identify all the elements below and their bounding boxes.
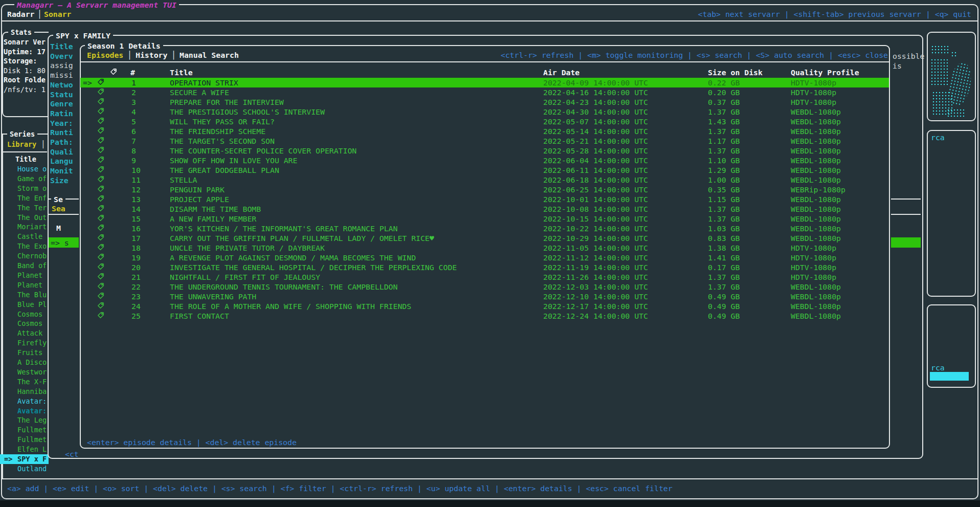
series-title: Castle bbox=[17, 232, 42, 241]
series-list-item[interactable]: Storm o bbox=[0, 184, 49, 193]
episode-row[interactable]: 9SHOW OFF HOW IN LOVE YOU ARE2022-06-04 … bbox=[80, 156, 889, 165]
series-popup-footer-fragment: <ct bbox=[65, 450, 79, 458]
series-list-item[interactable]: Castle bbox=[0, 232, 49, 241]
episode-row[interactable]: 8THE COUNTER-SECRET POLICE COVER OPERATI… bbox=[80, 146, 889, 156]
monitored-tag-icon bbox=[97, 273, 104, 280]
episode-air-date: 2022-06-25 14:00:00 UTC bbox=[543, 185, 648, 194]
series-list-item[interactable]: Chernob bbox=[0, 251, 49, 261]
tab-manual-search[interactable]: Manual Search bbox=[180, 51, 239, 59]
episode-title: OPERATION STRIX bbox=[170, 78, 238, 87]
series-list-item[interactable]: Band of bbox=[0, 261, 49, 271]
episode-number: 13 bbox=[131, 195, 141, 204]
episode-row[interactable]: 22THE UNDERGROUND TENNIS TOURNAMENT: THE… bbox=[80, 282, 889, 292]
seasons-tab-fragment[interactable]: Sea bbox=[52, 204, 65, 213]
detail-field-label: Statu bbox=[50, 90, 73, 99]
background-panel-bottom: rca bbox=[927, 304, 976, 388]
monitored-tag-icon bbox=[97, 244, 104, 251]
episode-row[interactable]: 20INVESTIGATE THE GENERAL HOSPITAL / DEC… bbox=[80, 262, 889, 272]
background-panel-mid: rca bbox=[927, 130, 976, 297]
episode-size: 1.15 GB bbox=[708, 195, 740, 204]
episode-row[interactable]: => 1OPERATION STRIX2022-04-09 14:00:00 U… bbox=[80, 78, 889, 87]
episode-row[interactable]: 11STELLA2022-06-18 14:00:00 UTC1.00 GBWE… bbox=[80, 175, 889, 185]
episode-row[interactable]: 16YOR'S KITCHEN / THE INFORMANT'S GREAT … bbox=[80, 224, 889, 233]
series-list-item[interactable]: Cosmos bbox=[0, 310, 49, 319]
episode-row[interactable]: 10THE GREAT DODGEBALL PLAN2022-06-11 14:… bbox=[80, 165, 889, 175]
episode-row[interactable]: 3PREPARE FOR THE INTERVIEW2022-04-23 14:… bbox=[80, 97, 889, 107]
episode-quality: WEBDL-1080p bbox=[791, 312, 841, 320]
series-list-item[interactable]: Hanniba bbox=[0, 387, 49, 396]
series-list-item[interactable]: Attack bbox=[0, 328, 49, 338]
series-title: A Disco bbox=[17, 358, 47, 367]
episode-row[interactable]: 5WILL THEY PASS OR FAIL?2022-05-07 14:00… bbox=[80, 117, 889, 126]
episode-row[interactable]: 13PROJECT APPLE2022-10-01 14:00:00 UTC1.… bbox=[80, 194, 889, 204]
series-list-item[interactable]: Fullmet bbox=[0, 425, 49, 435]
series-list-item[interactable]: =>SPY x F bbox=[0, 454, 49, 464]
series-list-item[interactable]: House o bbox=[0, 164, 49, 174]
episode-row[interactable]: 24THE ROLE OF A MOTHER AND WIFE / SHOPPI… bbox=[80, 301, 889, 311]
episode-size: 1.00 GB bbox=[708, 175, 740, 184]
tab-episodes[interactable]: Episodes bbox=[87, 51, 123, 59]
episode-number: 3 bbox=[131, 98, 136, 106]
episode-row[interactable]: 17CARRY OUT THE GRIFFIN PLAN / FULLMETAL… bbox=[80, 233, 889, 243]
series-list-item[interactable]: Game of bbox=[0, 174, 49, 184]
tab-history[interactable]: History bbox=[136, 51, 167, 59]
episode-row[interactable]: 14DISARM THE TIME BOMB2022-10-08 14:00:0… bbox=[80, 204, 889, 214]
episode-size: 1.37 GB bbox=[708, 205, 740, 213]
stats-line: Root Folde bbox=[4, 76, 46, 84]
episode-size: 0.49 GB bbox=[708, 312, 740, 320]
episode-title: PENGUIN PARK bbox=[170, 185, 225, 194]
episode-row[interactable]: 19A REVENGE PLOT AGAINST DESMOND / MAMA … bbox=[80, 253, 889, 262]
managarr-tui-screen: Managarr — A Servarr management TUI Rada… bbox=[0, 0, 980, 507]
col-header-title[interactable]: Title bbox=[170, 68, 193, 77]
monitored-tag-icon bbox=[97, 253, 104, 260]
series-list-item[interactable]: Avatar: bbox=[0, 406, 49, 416]
episode-title: PREPARE FOR THE INTERVIEW bbox=[170, 98, 284, 106]
tabs-divider bbox=[1, 20, 978, 21]
series-title: Planet bbox=[17, 271, 42, 280]
col-header-number[interactable]: # bbox=[130, 68, 135, 77]
series-details-title: SPY x FAMILY bbox=[53, 31, 113, 40]
series-list-item[interactable]: Fruits bbox=[0, 348, 49, 358]
episode-row[interactable]: 2SECURE A WIFE2022-04-16 14:00:00 UTC0.2… bbox=[80, 87, 889, 97]
episode-air-date: 2022-12-03 14:00:00 UTC bbox=[543, 282, 648, 291]
series-list-item[interactable]: The Blu bbox=[0, 290, 49, 300]
series-list-item[interactable]: The Out bbox=[0, 213, 49, 223]
series-list-item[interactable]: Elfen L bbox=[0, 445, 49, 454]
series-list-item[interactable]: Blue Pl bbox=[0, 300, 49, 310]
series-list-item[interactable]: Avatar: bbox=[0, 396, 49, 406]
episode-row[interactable]: 15A NEW FAMILY MEMBER2022-10-15 14:00:00… bbox=[80, 214, 889, 224]
episode-row[interactable]: 25FIRST CONTACT2022-12-24 14:00:00 UTC0.… bbox=[80, 311, 889, 321]
series-list-item[interactable]: The Exo bbox=[0, 241, 49, 251]
col-header-airdate[interactable]: Air Date bbox=[543, 68, 580, 77]
series-list-item[interactable]: Planet bbox=[0, 280, 49, 290]
series-list-item[interactable]: The Ter bbox=[0, 203, 49, 213]
episode-row[interactable]: 23THE UNWAVERING PATH2022-12-10 14:00:00… bbox=[80, 292, 889, 301]
overview-text-fragment: assig bbox=[50, 61, 73, 70]
episode-title: WILL THEY PASS OR FAIL? bbox=[170, 117, 275, 126]
sidebar-tab-library[interactable]: Library bbox=[7, 140, 36, 149]
episode-number: 14 bbox=[131, 205, 141, 213]
series-list-item[interactable]: Firefly bbox=[0, 338, 49, 348]
series-list-item[interactable]: Outland bbox=[0, 464, 49, 474]
episode-air-date: 2022-06-11 14:00:00 UTC bbox=[543, 166, 648, 174]
col-header-size[interactable]: Size on Disk bbox=[708, 68, 763, 77]
series-list-item[interactable]: Westwor bbox=[0, 367, 49, 377]
episode-row[interactable]: 12PENGUIN PARK2022-06-25 14:00:00 UTC0.3… bbox=[80, 185, 889, 194]
series-list-item[interactable]: The X-F bbox=[0, 377, 49, 387]
col-header-quality[interactable]: Quality Profile bbox=[791, 68, 859, 77]
series-list-item[interactable]: Cosmos bbox=[0, 319, 49, 328]
episode-row[interactable]: 18UNCLE THE PRIVATE TUTOR / DAYBREAK2022… bbox=[80, 243, 889, 253]
detail-field-label: Size bbox=[50, 176, 69, 185]
episode-row[interactable]: 6THE FRIENDSHIP SCHEME2022-05-14 14:00:0… bbox=[80, 126, 889, 136]
episode-row[interactable]: 7THE TARGET'S SECOND SON2022-05-21 14:00… bbox=[80, 136, 889, 146]
series-list-item[interactable]: Moriart bbox=[0, 222, 49, 232]
series-list-item[interactable]: Planet bbox=[0, 271, 49, 280]
series-list-item[interactable]: A Disco bbox=[0, 358, 49, 367]
series-list-item[interactable]: The Enf bbox=[0, 193, 49, 203]
series-list-item[interactable]: The Leg bbox=[0, 415, 49, 425]
episode-row[interactable]: 4THE PRESTIGIOUS SCHOOL'S INTERVIEW2022-… bbox=[80, 107, 889, 117]
selected-season-row-fragment[interactable]: => s bbox=[49, 237, 79, 248]
series-list-item[interactable]: Fullmet bbox=[0, 435, 49, 445]
episode-row[interactable]: 21NIGHTFALL / FIRST FIT OF JEALOUSY2022-… bbox=[80, 272, 889, 282]
episode-size: 1.03 GB bbox=[708, 224, 740, 233]
